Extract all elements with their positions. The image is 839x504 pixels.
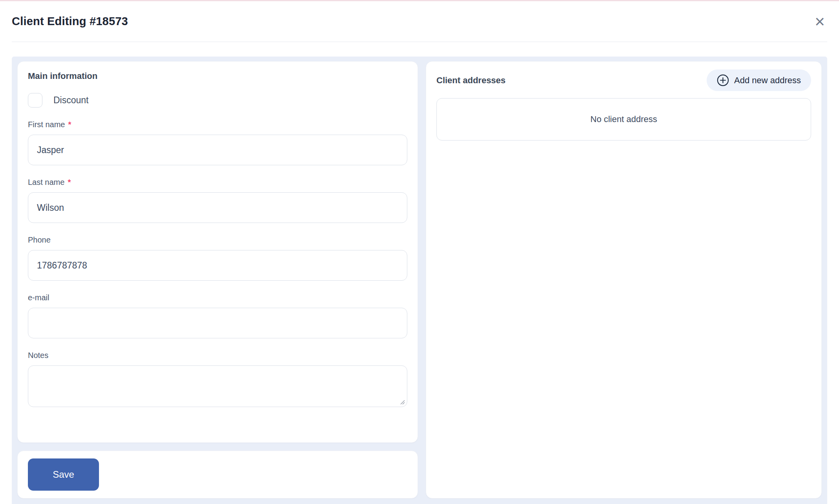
no-address-box: No client address	[436, 98, 811, 141]
content-area: Main information Discount First name* La…	[12, 57, 827, 504]
last-name-field: Last name*	[28, 178, 407, 223]
first-name-label-text: First name	[28, 120, 65, 129]
modal-header: Client Editing #18573 ×	[0, 1, 839, 42]
page-title: Client Editing #18573	[12, 15, 128, 28]
last-name-label-text: Last name	[28, 178, 64, 186]
left-column: Main information Discount First name* La…	[17, 61, 418, 499]
close-icon[interactable]: ×	[812, 15, 827, 28]
phone-label-text: Phone	[28, 236, 51, 244]
notes-label: Notes	[28, 351, 407, 360]
client-addresses-title: Client addresses	[436, 75, 506, 86]
required-asterisk: *	[68, 178, 71, 186]
email-label: e-mail	[28, 293, 407, 302]
email-input[interactable]	[28, 308, 407, 338]
phone-input[interactable]	[28, 250, 407, 281]
notes-textarea[interactable]	[28, 365, 407, 407]
right-column: Client addresses Add new address No clie…	[426, 61, 822, 499]
email-label-text: e-mail	[28, 293, 49, 302]
header-divider	[12, 42, 827, 42]
notes-label-text: Notes	[28, 351, 48, 360]
plus-circle-icon	[717, 74, 729, 86]
phone-label: Phone	[28, 236, 407, 245]
discount-checkbox[interactable]	[28, 93, 42, 108]
first-name-label: First name*	[28, 120, 407, 129]
client-addresses-header: Client addresses Add new address	[436, 69, 811, 91]
first-name-input[interactable]	[28, 135, 407, 165]
required-asterisk: *	[68, 120, 71, 129]
notes-textarea-wrap	[28, 365, 407, 407]
email-field: e-mail	[28, 293, 407, 338]
notes-field: Notes	[28, 351, 407, 407]
add-new-address-button[interactable]: Add new address	[707, 69, 811, 91]
save-button[interactable]: Save	[28, 458, 99, 491]
last-name-input[interactable]	[28, 192, 407, 223]
discount-label: Discount	[53, 95, 88, 106]
main-information-title: Main information	[28, 71, 407, 81]
client-addresses-card: Client addresses Add new address No clie…	[426, 61, 822, 499]
first-name-field: First name*	[28, 120, 407, 165]
last-name-label: Last name*	[28, 178, 407, 187]
main-information-card: Main information Discount First name* La…	[17, 61, 418, 443]
no-address-message: No client address	[590, 114, 657, 124]
phone-field: Phone	[28, 236, 407, 281]
add-address-label: Add new address	[734, 75, 801, 86]
save-card: Save	[17, 451, 418, 499]
discount-row: Discount	[28, 93, 407, 108]
